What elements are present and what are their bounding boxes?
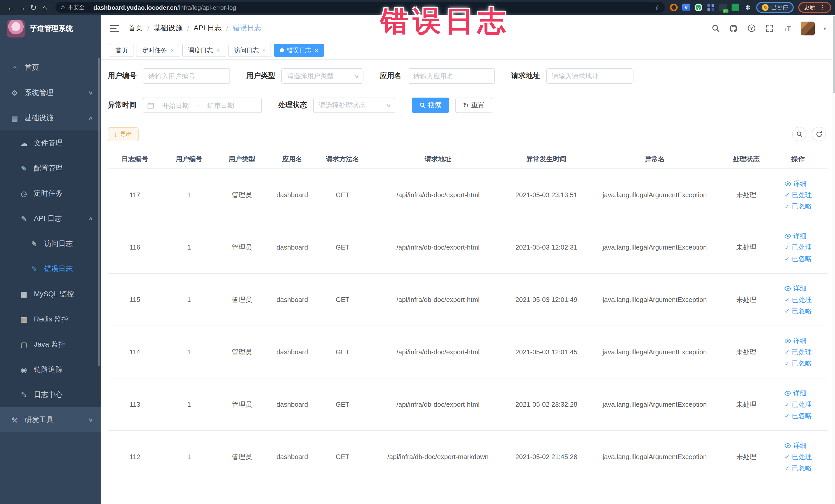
search-icon[interactable] — [711, 24, 720, 33]
check-icon: ✓ — [785, 308, 790, 314]
avatar[interactable] — [801, 21, 815, 35]
sidebar-item-home[interactable]: ⌂首页 — [0, 55, 101, 80]
browser-menu-icon[interactable]: ⋮ — [819, 4, 826, 11]
action-已处理[interactable]: ✓已处理 — [785, 297, 812, 303]
close-icon[interactable]: × — [262, 47, 266, 54]
sidebar-item-api-log[interactable]: ✎API 日志∧ — [0, 206, 101, 231]
reload-icon[interactable]: ↻ — [28, 3, 39, 12]
action-已忽略[interactable]: ✓已忽略 — [785, 203, 812, 210]
action-已忽略[interactable]: ✓已忽略 — [785, 412, 812, 419]
extension-orange-icon[interactable] — [670, 4, 678, 11]
action-已忽略[interactable]: ✓已忽略 — [785, 256, 812, 262]
sidebar-item-access-log[interactable]: ✎访问日志 — [0, 231, 101, 256]
tab-调度日志[interactable]: 调度日志× — [183, 44, 225, 57]
url-bar[interactable]: ⚠ 不安全 dashboard.yudao.iocoder.cn /infra/… — [56, 2, 665, 13]
tab-访问日志[interactable]: 访问日志× — [228, 44, 271, 57]
user-type-select[interactable]: 请选择用户类型 ∨ — [281, 68, 364, 84]
exception-time-range-picker[interactable]: - — [143, 98, 262, 113]
tab-定时任务[interactable]: 定时任务× — [137, 44, 179, 57]
breadcrumb-item[interactable]: 首页 — [128, 24, 143, 33]
cell-exception: java.lang.IllegalArgumentException — [585, 221, 725, 274]
extension-leaf-icon[interactable] — [732, 4, 739, 11]
action-已忽略[interactable]: ✓已忽略 — [785, 465, 812, 472]
app-name-input[interactable] — [408, 68, 495, 84]
cell-time: 2021-05-02 21:45:28 — [508, 430, 585, 483]
breadcrumb-item[interactable]: 基础设施 — [154, 24, 183, 33]
start-date-input[interactable] — [157, 101, 194, 109]
action-详细[interactable]: 详细 — [785, 181, 807, 187]
process-status-select[interactable]: 请选择处理状态 ∨ — [313, 98, 395, 113]
collapse-sidebar-icon[interactable] — [110, 25, 119, 32]
github-icon[interactable] — [729, 24, 738, 33]
action-已处理[interactable]: ✓已处理 — [785, 401, 812, 408]
end-date-input[interactable] — [202, 101, 239, 109]
table-row: 1121管理员dashboardGET/api/infra/db-doc/exp… — [108, 430, 828, 483]
sidebar-item-dev-tools[interactable]: ⚒研发工具∨ — [0, 407, 101, 432]
profile-paused-chip[interactable]: ☺ 已暂停 — [756, 2, 794, 13]
sidebar-scrollbar[interactable] — [98, 58, 100, 366]
table-row: 1151管理员dashboardGET/api/infra/db-doc/exp… — [108, 274, 828, 326]
close-icon[interactable]: × — [170, 47, 174, 54]
chevron-down-icon: ∨ — [88, 90, 93, 96]
search-button[interactable]: 搜索 — [412, 98, 449, 113]
cell-status: 未处理 — [725, 326, 768, 378]
sidebar-item-config-mgmt[interactable]: ✎配置管理 — [0, 156, 101, 181]
sidebar-item-trace[interactable]: ◉链路追踪 — [0, 357, 101, 382]
export-button[interactable]: ↓ 导出 — [108, 127, 138, 141]
fullscreen-icon[interactable] — [765, 24, 774, 33]
action-详细[interactable]: 详细 — [785, 390, 807, 397]
action-详细[interactable]: 详细 — [785, 233, 807, 240]
sidebar-item-java-monitor[interactable]: ▢Java 监控 — [0, 332, 101, 357]
browser-update-chip[interactable]: 更新 ⋮ — [798, 2, 831, 13]
request-url-input[interactable] — [546, 68, 633, 84]
tab-错误日志[interactable]: 错误日志× — [274, 44, 324, 57]
sidebar-item-label: 链路追踪 — [34, 365, 63, 374]
action-已忽略[interactable]: ✓已忽略 — [785, 308, 812, 315]
user-menu-caret-icon[interactable]: ▾ — [823, 25, 826, 31]
extensions-pin-icon[interactable]: ✽ — [744, 4, 752, 11]
sidebar-item-system-mgmt[interactable]: ⚙系统管理∨ — [0, 80, 101, 105]
extension-green-icon[interactable]: y — [695, 4, 702, 11]
page-scrollbar[interactable] — [832, 15, 835, 504]
action-已处理[interactable]: ✓已处理 — [785, 192, 812, 199]
help-icon[interactable]: ? — [747, 24, 756, 33]
extension-shield-icon[interactable]: V — [682, 4, 690, 11]
reset-button[interactable]: ↻ 重置 — [455, 98, 492, 113]
toggle-search-button[interactable] — [792, 127, 807, 141]
app-logo-row[interactable]: 芋道管理系统 — [0, 15, 101, 43]
chevron-down-icon: ∨ — [386, 102, 392, 108]
sidebar-item-infrastructure[interactable]: ▤基础设施∧ — [0, 105, 101, 130]
cell-time: 2021-05-03 12:01:49 — [508, 274, 585, 326]
extension-grid-icon[interactable] — [707, 4, 715, 11]
sidebar-item-log-center[interactable]: ✎日志中心 — [0, 382, 101, 407]
sidebar-item-mysql-monitor[interactable]: ▦MySQL 监控 — [0, 281, 101, 306]
sidebar-item-file-mgmt[interactable]: ☁文件管理 — [0, 130, 101, 156]
sidebar-item-scheduled-task[interactable]: ◷定时任务 — [0, 181, 101, 206]
extension-on-toggle-icon[interactable]: on — [719, 4, 727, 11]
close-icon[interactable]: × — [315, 47, 318, 54]
refresh-table-button[interactable] — [812, 127, 826, 141]
font-size-icon[interactable]: TT — [783, 24, 792, 33]
close-icon[interactable]: × — [217, 47, 220, 54]
tab-首页[interactable]: 首页 — [110, 44, 134, 57]
action-已处理[interactable]: ✓已处理 — [785, 349, 812, 356]
cell-actions: 详细✓已处理✓已忽略 — [768, 430, 828, 483]
action-详细[interactable]: 详细 — [785, 285, 807, 292]
cell-status: 未处理 — [725, 378, 768, 430]
sidebar-item-error-log[interactable]: ✎错误日志 — [0, 256, 101, 281]
back-icon[interactable]: ← — [5, 3, 16, 12]
breadcrumb-item[interactable]: API 日志 — [194, 24, 222, 33]
sidebar-item-redis-monitor[interactable]: ▥Redis 监控 — [0, 306, 101, 332]
column-header-app_name: 应用名 — [268, 149, 317, 169]
action-已处理[interactable]: ✓已处理 — [785, 454, 812, 460]
cell-id: 112 — [108, 430, 162, 483]
action-已处理[interactable]: ✓已处理 — [785, 244, 812, 251]
home-icon[interactable]: ⌂ — [39, 3, 50, 12]
user-id-input[interactable] — [143, 68, 230, 84]
cell-user_type: 管理员 — [216, 430, 268, 483]
bookmark-star-icon[interactable]: ☆ — [655, 4, 661, 11]
action-已忽略[interactable]: ✓已忽略 — [785, 360, 812, 367]
action-详细[interactable]: 详细 — [785, 442, 807, 449]
forward-icon[interactable]: → — [16, 3, 28, 12]
action-详细[interactable]: 详细 — [785, 338, 807, 344]
